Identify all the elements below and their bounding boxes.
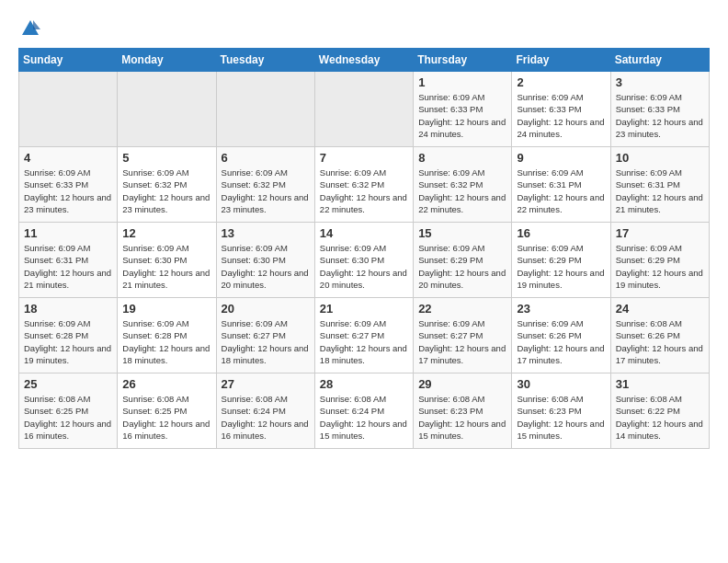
calendar-table: SundayMondayTuesdayWednesdayThursdayFrid… bbox=[18, 48, 710, 449]
day-cell: 25Sunrise: 6:08 AM Sunset: 6:25 PM Dayli… bbox=[19, 373, 118, 449]
day-info: Sunrise: 6:09 AM Sunset: 6:33 PM Dayligh… bbox=[517, 91, 605, 140]
header bbox=[18, 18, 710, 39]
day-cell: 10Sunrise: 6:09 AM Sunset: 6:31 PM Dayli… bbox=[610, 147, 709, 223]
day-info: Sunrise: 6:09 AM Sunset: 6:32 PM Dayligh… bbox=[418, 167, 506, 215]
day-number: 30 bbox=[517, 377, 605, 391]
day-info: Sunrise: 6:09 AM Sunset: 6:29 PM Dayligh… bbox=[616, 242, 704, 291]
day-cell: 15Sunrise: 6:09 AM Sunset: 6:29 PM Dayli… bbox=[414, 223, 512, 298]
week-row-1: 1Sunrise: 6:09 AM Sunset: 6:33 PM Daylig… bbox=[19, 72, 710, 147]
day-number: 22 bbox=[418, 302, 506, 316]
day-info: Sunrise: 6:08 AM Sunset: 6:25 PM Dayligh… bbox=[24, 393, 112, 442]
svg-marker-1 bbox=[33, 20, 40, 29]
day-info: Sunrise: 6:09 AM Sunset: 6:30 PM Dayligh… bbox=[222, 242, 310, 291]
weekday-header-wednesday: Wednesday bbox=[314, 49, 413, 72]
day-cell: 6Sunrise: 6:09 AM Sunset: 6:32 PM Daylig… bbox=[216, 147, 314, 223]
day-number: 11 bbox=[24, 226, 112, 240]
day-number: 27 bbox=[222, 377, 310, 391]
day-cell: 27Sunrise: 6:08 AM Sunset: 6:24 PM Dayli… bbox=[216, 373, 314, 449]
day-number: 15 bbox=[418, 226, 506, 240]
day-info: Sunrise: 6:09 AM Sunset: 6:33 PM Dayligh… bbox=[418, 91, 506, 140]
weekday-header-saturday: Saturday bbox=[610, 49, 709, 72]
day-number: 3 bbox=[616, 75, 704, 89]
day-cell: 12Sunrise: 6:09 AM Sunset: 6:30 PM Dayli… bbox=[118, 223, 216, 298]
day-cell: 18Sunrise: 6:09 AM Sunset: 6:28 PM Dayli… bbox=[19, 298, 118, 373]
day-cell: 24Sunrise: 6:08 AM Sunset: 6:26 PM Dayli… bbox=[610, 298, 709, 373]
day-number: 1 bbox=[418, 75, 506, 89]
logo bbox=[18, 18, 42, 39]
day-info: Sunrise: 6:08 AM Sunset: 6:24 PM Dayligh… bbox=[222, 393, 310, 442]
day-info: Sunrise: 6:08 AM Sunset: 6:23 PM Dayligh… bbox=[418, 393, 506, 442]
day-cell: 17Sunrise: 6:09 AM Sunset: 6:29 PM Dayli… bbox=[610, 223, 709, 298]
day-number: 18 bbox=[24, 302, 112, 316]
day-info: Sunrise: 6:09 AM Sunset: 6:32 PM Dayligh… bbox=[320, 167, 408, 215]
day-cell bbox=[314, 72, 413, 147]
day-cell: 3Sunrise: 6:09 AM Sunset: 6:33 PM Daylig… bbox=[610, 72, 709, 147]
day-number: 5 bbox=[122, 151, 210, 165]
day-cell: 4Sunrise: 6:09 AM Sunset: 6:33 PM Daylig… bbox=[19, 147, 118, 223]
weekday-header-friday: Friday bbox=[512, 49, 610, 72]
day-cell: 9Sunrise: 6:09 AM Sunset: 6:31 PM Daylig… bbox=[512, 147, 610, 223]
week-row-4: 18Sunrise: 6:09 AM Sunset: 6:28 PM Dayli… bbox=[19, 298, 710, 373]
weekday-header-row: SundayMondayTuesdayWednesdayThursdayFrid… bbox=[19, 49, 710, 72]
day-info: Sunrise: 6:09 AM Sunset: 6:30 PM Dayligh… bbox=[320, 242, 408, 291]
day-cell: 26Sunrise: 6:08 AM Sunset: 6:25 PM Dayli… bbox=[118, 373, 216, 449]
day-cell: 14Sunrise: 6:09 AM Sunset: 6:30 PM Dayli… bbox=[314, 223, 413, 298]
day-cell: 7Sunrise: 6:09 AM Sunset: 6:32 PM Daylig… bbox=[314, 147, 413, 223]
week-row-5: 25Sunrise: 6:08 AM Sunset: 6:25 PM Dayli… bbox=[19, 373, 710, 449]
day-number: 8 bbox=[418, 151, 506, 165]
day-info: Sunrise: 6:09 AM Sunset: 6:31 PM Dayligh… bbox=[616, 167, 704, 215]
day-cell: 29Sunrise: 6:08 AM Sunset: 6:23 PM Dayli… bbox=[414, 373, 512, 449]
day-number: 24 bbox=[616, 302, 704, 316]
day-info: Sunrise: 6:09 AM Sunset: 6:31 PM Dayligh… bbox=[517, 167, 605, 215]
day-info: Sunrise: 6:09 AM Sunset: 6:27 PM Dayligh… bbox=[418, 317, 506, 366]
day-info: Sunrise: 6:09 AM Sunset: 6:29 PM Dayligh… bbox=[418, 242, 506, 291]
day-number: 19 bbox=[122, 302, 210, 316]
day-info: Sunrise: 6:08 AM Sunset: 6:26 PM Dayligh… bbox=[616, 317, 704, 366]
weekday-header-thursday: Thursday bbox=[414, 49, 512, 72]
day-cell: 21Sunrise: 6:09 AM Sunset: 6:27 PM Dayli… bbox=[314, 298, 413, 373]
day-cell: 30Sunrise: 6:08 AM Sunset: 6:23 PM Dayli… bbox=[512, 373, 610, 449]
weekday-header-monday: Monday bbox=[118, 49, 216, 72]
day-info: Sunrise: 6:08 AM Sunset: 6:25 PM Dayligh… bbox=[122, 393, 210, 442]
weekday-header-sunday: Sunday bbox=[19, 49, 118, 72]
day-number: 23 bbox=[517, 302, 605, 316]
day-cell bbox=[118, 72, 216, 147]
day-info: Sunrise: 6:09 AM Sunset: 6:31 PM Dayligh… bbox=[24, 242, 112, 291]
day-number: 9 bbox=[517, 151, 605, 165]
day-info: Sunrise: 6:08 AM Sunset: 6:23 PM Dayligh… bbox=[517, 393, 605, 442]
day-cell: 31Sunrise: 6:08 AM Sunset: 6:22 PM Dayli… bbox=[610, 373, 709, 449]
day-cell: 22Sunrise: 6:09 AM Sunset: 6:27 PM Dayli… bbox=[414, 298, 512, 373]
day-info: Sunrise: 6:09 AM Sunset: 6:27 PM Dayligh… bbox=[320, 317, 408, 366]
day-number: 2 bbox=[517, 75, 605, 89]
day-number: 16 bbox=[517, 226, 605, 240]
day-info: Sunrise: 6:09 AM Sunset: 6:29 PM Dayligh… bbox=[517, 242, 605, 291]
day-info: Sunrise: 6:09 AM Sunset: 6:27 PM Dayligh… bbox=[222, 317, 310, 366]
day-number: 25 bbox=[24, 377, 112, 391]
day-number: 28 bbox=[320, 377, 408, 391]
day-cell: 16Sunrise: 6:09 AM Sunset: 6:29 PM Dayli… bbox=[512, 223, 610, 298]
day-info: Sunrise: 6:09 AM Sunset: 6:30 PM Dayligh… bbox=[122, 242, 210, 291]
day-cell bbox=[216, 72, 314, 147]
day-number: 6 bbox=[222, 151, 310, 165]
day-cell bbox=[19, 72, 118, 147]
day-number: 31 bbox=[616, 377, 704, 391]
day-number: 20 bbox=[222, 302, 310, 316]
week-row-2: 4Sunrise: 6:09 AM Sunset: 6:33 PM Daylig… bbox=[19, 147, 710, 223]
day-info: Sunrise: 6:09 AM Sunset: 6:26 PM Dayligh… bbox=[517, 317, 605, 366]
day-number: 7 bbox=[320, 151, 408, 165]
weekday-header-tuesday: Tuesday bbox=[216, 49, 314, 72]
day-cell: 8Sunrise: 6:09 AM Sunset: 6:32 PM Daylig… bbox=[414, 147, 512, 223]
day-info: Sunrise: 6:09 AM Sunset: 6:33 PM Dayligh… bbox=[24, 167, 112, 215]
day-cell: 2Sunrise: 6:09 AM Sunset: 6:33 PM Daylig… bbox=[512, 72, 610, 147]
day-number: 13 bbox=[222, 226, 310, 240]
day-info: Sunrise: 6:08 AM Sunset: 6:22 PM Dayligh… bbox=[616, 393, 704, 442]
day-number: 17 bbox=[616, 226, 704, 240]
week-row-3: 11Sunrise: 6:09 AM Sunset: 6:31 PM Dayli… bbox=[19, 223, 710, 298]
day-cell: 11Sunrise: 6:09 AM Sunset: 6:31 PM Dayli… bbox=[19, 223, 118, 298]
day-cell: 19Sunrise: 6:09 AM Sunset: 6:28 PM Dayli… bbox=[118, 298, 216, 373]
day-info: Sunrise: 6:09 AM Sunset: 6:33 PM Dayligh… bbox=[616, 91, 704, 140]
day-number: 4 bbox=[24, 151, 112, 165]
day-number: 10 bbox=[616, 151, 704, 165]
day-info: Sunrise: 6:09 AM Sunset: 6:32 PM Dayligh… bbox=[222, 167, 310, 215]
day-info: Sunrise: 6:09 AM Sunset: 6:28 PM Dayligh… bbox=[122, 317, 210, 366]
